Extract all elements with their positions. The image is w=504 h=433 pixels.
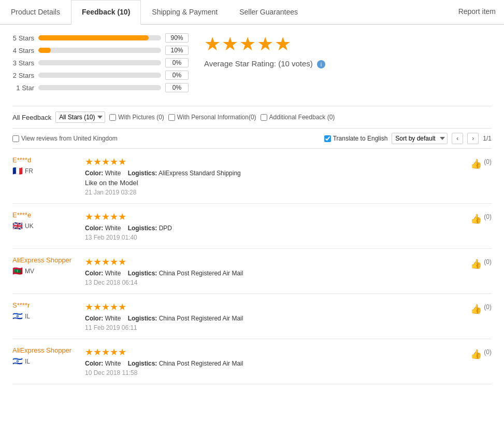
reviewer-name[interactable]: E****d [12, 156, 80, 164]
sort-select[interactable]: Sort by defaultSort by newestSort by hel… [392, 133, 448, 144]
reviewer-info: AliExpress Shopper 🇲🇻 MV [12, 256, 80, 276]
reviewer-info: E****d 🇫🇷 FR [12, 156, 80, 176]
thumbs-up-icon[interactable]: 👍 [470, 258, 482, 270]
rating-summary: ★★★★★ Average Star Rating: (10 votes) i [204, 33, 325, 68]
report-item-button[interactable]: Report item [450, 0, 504, 24]
next-page-button[interactable]: › [467, 133, 479, 144]
review-meta: Color: White Logistics: AliExpress Stand… [85, 170, 460, 177]
bar-row: 4 Stars 10% [12, 46, 189, 55]
options-left: View reviews from United Kingdom [12, 135, 118, 142]
bar-row: 5 Stars 90% [12, 33, 189, 43]
reviewer-info: AliExpress Shopper 🇮🇱 IL [12, 346, 80, 366]
with-pictures-checkbox[interactable]: With Pictures (0) [109, 114, 164, 121]
stars-large: ★★★★★ [204, 33, 325, 55]
bar-fill [38, 48, 51, 53]
tabs-bar: Product Details Feedback (10) Shipping &… [0, 0, 504, 25]
reviewer-info: E****e 🇬🇧 UK [12, 211, 80, 231]
rating-bars: 5 Stars 90% 4 Stars 10% 3 Stars 0% 2 Sta… [12, 33, 189, 95]
review-body: ★★★★★ Color: White Logistics: China Post… [85, 301, 460, 331]
bar-track [38, 35, 161, 40]
review-row: AliExpress Shopper 🇲🇻 MV ★★★★★ Color: Wh… [12, 249, 492, 294]
bar-label: 4 Stars [12, 47, 38, 54]
all-stars-select[interactable]: All Stars (10) [55, 111, 105, 123]
options-bar: View reviews from United Kingdom Transla… [12, 129, 492, 149]
review-stars: ★★★★★ [85, 301, 460, 313]
review-stars: ★★★★★ [85, 211, 460, 222]
review-actions: 👍 (0) [460, 346, 492, 360]
bar-track [38, 60, 161, 65]
bar-pct: 0% [165, 83, 189, 92]
review-date: 13 Dec 2018 06:14 [85, 279, 460, 286]
thumbs-up-icon[interactable]: 👍 [470, 158, 482, 170]
review-actions: 👍 (0) [460, 211, 492, 225]
bar-label: 5 Stars [12, 34, 38, 42]
tab-shipping-payment[interactable]: Shipping & Payment [141, 0, 228, 24]
country-code: MV [25, 268, 34, 275]
bar-track [38, 48, 161, 53]
reviewer-country: 🇮🇱 IL [12, 311, 80, 321]
thumbs-up-icon[interactable]: 👍 [470, 348, 482, 360]
reviewer-name[interactable]: AliExpress Shopper [12, 346, 80, 354]
tab-seller-guarantees[interactable]: Seller Guarantees [228, 0, 309, 24]
review-date: 10 Dec 2018 11:58 [85, 369, 460, 376]
country-flag: 🇮🇱 [12, 356, 23, 366]
country-code: IL [25, 358, 30, 365]
bar-row: 1 Star 0% [12, 83, 189, 92]
translate-checkbox[interactable]: Translate to English [324, 135, 388, 142]
thumbs-count: (0) [484, 348, 492, 356]
content-area: 5 Stars 90% 4 Stars 10% 3 Stars 0% 2 Sta… [0, 25, 504, 393]
bar-label: 1 Star [12, 84, 38, 92]
reviewer-name[interactable]: S****r [12, 301, 80, 309]
review-row: S****r 🇮🇱 IL ★★★★★ Color: White Logistic… [12, 294, 492, 339]
review-row: E****d 🇫🇷 FR ★★★★★ Color: White Logistic… [12, 149, 492, 204]
view-uk-checkbox[interactable]: View reviews from United Kingdom [12, 135, 118, 142]
reviewer-country: 🇬🇧 UK [12, 221, 80, 231]
additional-feedback-checkbox[interactable]: Additional Feedback (0) [261, 114, 335, 121]
reviews-list: E****d 🇫🇷 FR ★★★★★ Color: White Logistic… [12, 149, 492, 384]
thumbs-count: (0) [484, 158, 492, 165]
prev-page-button[interactable]: ‹ [452, 133, 463, 144]
country-flag: 🇲🇻 [12, 266, 23, 276]
country-code: IL [25, 313, 30, 320]
review-stars: ★★★★★ [85, 256, 460, 268]
thumbs-up-icon[interactable]: 👍 [470, 303, 482, 315]
bar-pct: 10% [165, 46, 189, 55]
thumbs-up-icon[interactable]: 👍 [470, 213, 482, 225]
bar-pct: 0% [165, 71, 189, 80]
reviewer-country: 🇲🇻 MV [12, 266, 80, 276]
review-body: ★★★★★ Color: White Logistics: China Post… [85, 256, 460, 286]
tab-product-details[interactable]: Product Details [0, 0, 71, 24]
thumbs-count: (0) [484, 258, 492, 266]
review-row: AliExpress Shopper 🇮🇱 IL ★★★★★ Color: Wh… [12, 339, 492, 384]
thumbs-count: (0) [484, 303, 492, 311]
review-body: ★★★★★ Color: White Logistics: DPD 13 Feb… [85, 211, 460, 241]
bar-pct: 0% [165, 58, 189, 67]
country-flag: 🇮🇱 [12, 311, 23, 321]
country-code: UK [25, 222, 34, 230]
review-stars: ★★★★★ [85, 156, 460, 167]
review-date: 11 Feb 2019 06:11 [85, 324, 460, 331]
bar-track [38, 85, 161, 90]
review-body: ★★★★★ Color: White Logistics: China Post… [85, 346, 460, 376]
reviewer-name[interactable]: AliExpress Shopper [12, 256, 80, 264]
review-date: 21 Jan 2019 03:28 [85, 189, 460, 196]
with-personal-checkbox[interactable]: With Personal Information(0) [168, 114, 256, 121]
review-meta: Color: White Logistics: DPD [85, 225, 460, 232]
country-code: FR [25, 167, 33, 175]
bar-pct: 90% [165, 33, 189, 43]
review-meta: Color: White Logistics: China Post Regis… [85, 270, 460, 277]
info-icon[interactable]: i [317, 60, 325, 68]
rating-section: 5 Stars 90% 4 Stars 10% 3 Stars 0% 2 Sta… [12, 33, 492, 95]
review-date: 13 Feb 2019 01:40 [85, 234, 460, 241]
filter-bar: All Feedback All Stars (10) With Picture… [12, 106, 492, 129]
thumbs-count: (0) [484, 213, 492, 220]
review-actions: 👍 (0) [460, 256, 492, 270]
review-actions: 👍 (0) [460, 301, 492, 315]
all-feedback-label: All Feedback [12, 114, 51, 121]
tab-feedback[interactable]: Feedback (10) [71, 0, 141, 25]
bar-label: 2 Stars [12, 72, 38, 79]
reviewer-name[interactable]: E****e [12, 211, 80, 219]
page-info: 1/1 [483, 135, 492, 142]
bar-track [38, 73, 161, 78]
country-flag: 🇫🇷 [12, 166, 23, 176]
